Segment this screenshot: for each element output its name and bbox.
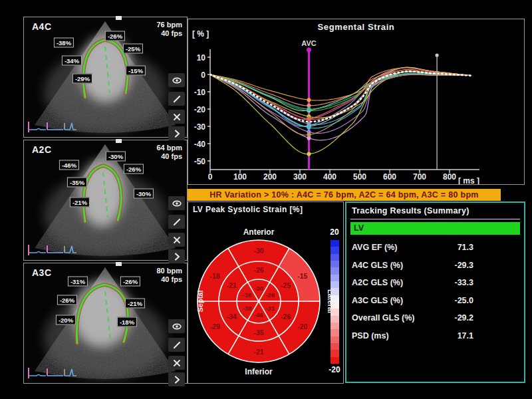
colorbar-step (331, 295, 339, 302)
colorbar-step (331, 302, 339, 309)
pencil-button[interactable] (168, 215, 185, 229)
view-panel-a2c[interactable]: A2C64 bpm40 fps-30%-46%-26%-35%-30%-21% (23, 140, 188, 261)
strain-segment-label: -26% (124, 164, 144, 174)
eye-button[interactable] (168, 196, 185, 210)
svg-text:-26: -26 (265, 291, 275, 299)
svg-text:-18: -18 (210, 272, 220, 280)
colorbar-step (331, 281, 339, 288)
caliper-marker (116, 16, 122, 20)
orientation-label-septal: Septal (196, 290, 204, 312)
strain-segment-label: -18% (117, 317, 137, 327)
colorbar-step (331, 350, 339, 356)
svg-text:-10: -10 (194, 88, 206, 97)
lv-group-bar[interactable]: LV (350, 222, 520, 235)
colorbar-step (331, 329, 339, 336)
svg-text:300: 300 (293, 172, 307, 182)
pencil-icon (172, 340, 182, 350)
next-button[interactable] (168, 126, 185, 140)
hr-variation-banner: HR Variation > 10% : A4C = 76 bpm, A2C =… (188, 189, 501, 201)
tracking-row-label: A3C GLS (%) (352, 292, 403, 310)
heart-rate-fps-readout: 76 bpm40 fps (156, 21, 182, 38)
strain-colorbar (331, 240, 339, 364)
tracking-row-value: -29.2 (427, 309, 473, 327)
eye-icon (172, 76, 182, 85)
svg-text:600: 600 (383, 172, 396, 182)
strain-segment-label: -29% (72, 74, 92, 84)
svg-text:-30: -30 (253, 247, 263, 255)
strain-segment-label: -35% (67, 178, 87, 188)
view-panel-a3c[interactable]: A3C80 bpm40 fps-31%-26%-26%-21%-20%-18% (23, 263, 188, 384)
pencil-button[interactable] (168, 92, 185, 106)
caliper-marker (116, 262, 122, 266)
ecg-trace (27, 366, 79, 380)
strain-segment-label: -20% (56, 315, 76, 325)
close-button[interactable] (168, 233, 185, 247)
svg-text:[ % ]: [ % ] (192, 29, 209, 39)
svg-text:700: 700 (413, 172, 426, 182)
colorbar-max-label: 20 (325, 227, 344, 237)
colorbar-step (331, 288, 339, 295)
colorbar-step (331, 343, 339, 350)
view-label: A2C (32, 144, 52, 155)
svg-text:-26: -26 (281, 313, 291, 321)
colorbar-step (331, 240, 339, 247)
view-label: A3C (32, 267, 52, 278)
svg-text:-20: -20 (297, 323, 307, 331)
eye-icon (172, 322, 182, 331)
colorbar-step (331, 247, 339, 253)
next-button[interactable] (168, 249, 185, 263)
tracking-row: Overall GLS (%)-29.2 (352, 309, 519, 327)
tracking-row-label: AVG EF (%) (352, 239, 398, 257)
svg-text:-21: -21 (253, 348, 263, 356)
view-label: A4C (32, 21, 52, 32)
tracking-row: AVG EF (%)71.3 (352, 239, 519, 257)
colorbar-step (331, 336, 339, 343)
view-panel-a4c[interactable]: A4C76 bpm40 fps-26%-38%-25%-34%-15%-29% (23, 17, 188, 138)
tracking-row-label: PSD (ms) (352, 327, 389, 345)
next-icon (172, 252, 182, 261)
strain-segment-label: -26% (57, 295, 77, 305)
orientation-label-anterior: Anterior (243, 227, 275, 237)
colorbar-step (331, 267, 339, 274)
tracking-results-panel: Tracking Results (Summary) LV AVG EF (%)… (345, 201, 525, 383)
tracking-row-value: -25.0 (427, 292, 473, 310)
svg-text:-40: -40 (194, 140, 206, 149)
close-button[interactable] (168, 356, 185, 370)
colorbar-step (331, 254, 339, 261)
close-button[interactable] (168, 110, 185, 124)
colorbar-step (331, 275, 339, 281)
tracking-row-value: -29.3 (427, 257, 473, 275)
svg-text:-30: -30 (254, 285, 263, 292)
strain-chart[interactable]: 100-10-20-30-40-500100200300400500600700… (188, 19, 524, 184)
svg-text:-15: -15 (297, 272, 307, 280)
svg-text:500: 500 (353, 172, 366, 182)
colorbar-step (331, 357, 339, 364)
svg-text:-30: -30 (194, 122, 206, 132)
next-icon (172, 375, 182, 384)
strain-segment-label: -21% (70, 198, 90, 207)
bullseye-panel: LV Peak Systolic Strain [%] -30-18-29-21… (188, 201, 344, 384)
tracking-row-label: A2C GLS (%) (352, 274, 403, 292)
heart-rate-fps-readout: 80 bpm40 fps (156, 267, 182, 284)
strain-segment-label: -25% (123, 44, 143, 54)
eye-button[interactable] (168, 319, 185, 333)
tracking-results-rows: AVG EF (%)71.3A4C GLS (%)-29.3A2C GLS (%… (352, 239, 519, 344)
svg-text:-26: -26 (243, 291, 252, 299)
tracking-results-title: Tracking Results (Summary) (352, 206, 469, 215)
strain-segment-label: -38% (54, 38, 74, 48)
app-root: A4C76 bpm40 fps-26%-38%-25%-34%-15%-29%A… (0, 0, 532, 399)
svg-text:10: 10 (197, 53, 206, 63)
svg-text:800: 800 (443, 172, 456, 182)
svg-text:0: 0 (201, 70, 205, 80)
svg-text:AVC: AVC (301, 39, 316, 47)
svg-text:-46: -46 (254, 311, 263, 319)
tracking-row-label: A4C GLS (%) (352, 257, 403, 275)
svg-text:-50: -50 (194, 157, 206, 166)
svg-text:-20: -20 (194, 105, 206, 114)
svg-text:[ ms ]: [ ms ] (458, 176, 479, 184)
next-button[interactable] (168, 372, 185, 386)
strain-segment-label: -30% (106, 152, 126, 162)
pencil-button[interactable] (168, 338, 185, 352)
strain-segment-label: -26% (105, 31, 125, 41)
eye-button[interactable] (168, 73, 185, 87)
